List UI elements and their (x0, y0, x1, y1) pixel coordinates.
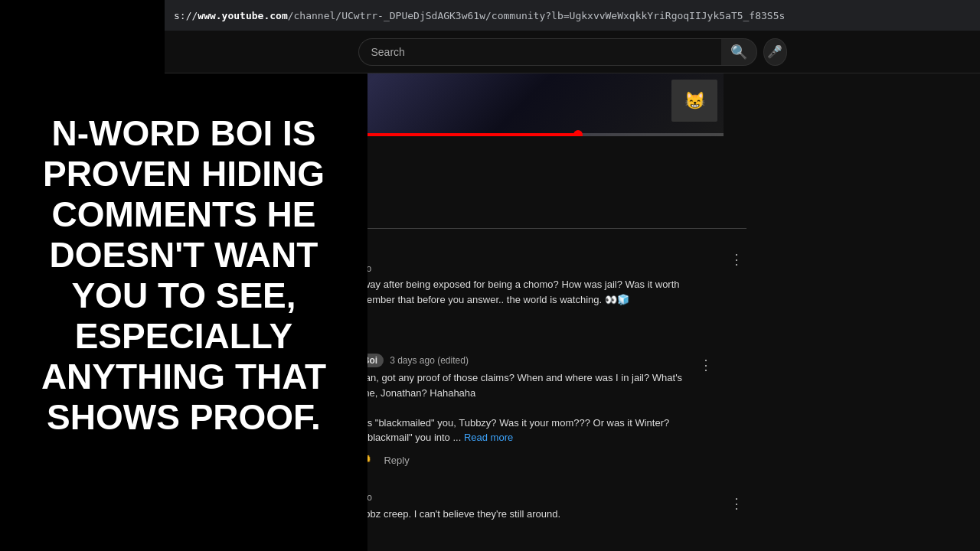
youtube-header: 🔍 🎤 (165, 31, 980, 73)
search-button[interactable]: 🔍 (721, 38, 757, 66)
reply-header: @N-WordBoi 3 days ago (edited) (315, 354, 685, 367)
url-prefix: s:// (174, 10, 198, 21)
address-bar: s://www.youtube.com/channel/UCwtrr-_DPUe… (165, 0, 980, 31)
reply-time: 3 days ago (edited) (390, 355, 469, 366)
search-icon: 🔍 (730, 44, 747, 60)
comment-2-more-button[interactable]: ⋮ (727, 492, 746, 522)
reply-actions: 👍 14 👎 Reply (315, 452, 685, 469)
read-more-link[interactable]: Read more (464, 432, 513, 443)
mic-icon: 🎤 (767, 44, 782, 59)
url-path: /channel/UCwtrr-_DPUeDjSdAGK3w61w/commun… (288, 10, 786, 21)
reply-text: Hey Jonathan, got any proof of those cla… (315, 370, 685, 445)
video-thumbnail: 😸 (671, 80, 717, 122)
progress-dot (573, 130, 583, 136)
overlay-text: N-WORD BOI IS PROVEN HIDING COMMENTS HE … (31, 113, 337, 437)
mic-button[interactable]: 🎤 (763, 38, 786, 66)
comment-more-button[interactable]: ⋮ (727, 248, 746, 480)
search-input[interactable] (358, 38, 721, 66)
reply-body: @N-WordBoi 3 days ago (edited) Hey Jonat… (315, 354, 685, 469)
reply-more-button[interactable]: ⋮ (696, 354, 716, 469)
address-url: s://www.youtube.com/channel/UCwtrr-_DPUe… (174, 10, 785, 21)
search-bar-container: 🔍 🎤 (358, 38, 787, 66)
reply-reply-button[interactable]: Reply (379, 452, 413, 469)
url-domain: www.youtube.com (198, 10, 287, 21)
left-overlay-panel: N-WORD BOI IS PROVEN HIDING COMMENTS HE … (0, 0, 368, 551)
